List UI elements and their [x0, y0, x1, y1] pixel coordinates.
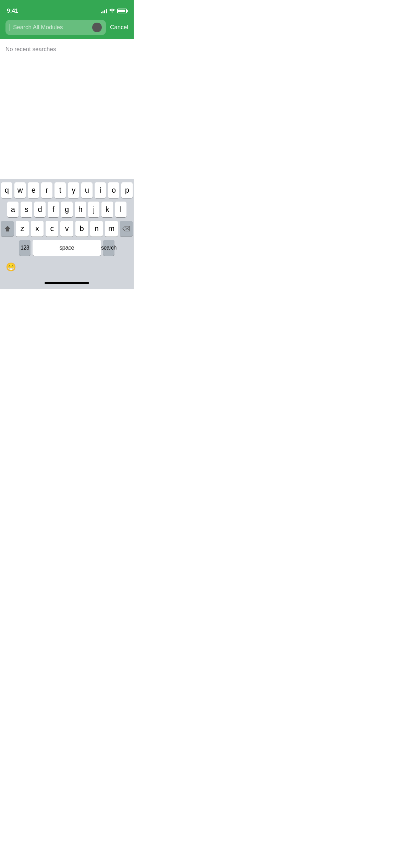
microphone-icon[interactable] — [92, 23, 102, 32]
keyboard-row-bottom: 123 space search — [1, 240, 133, 256]
keyboard: q w e r t y u i o p a s d f g h j k l z … — [0, 179, 134, 289]
key-l[interactable]: l — [115, 202, 126, 217]
cursor — [10, 24, 10, 31]
keyboard-row-3: z x c v b n m — [1, 221, 133, 237]
keyboard-row-1: q w e r t y u i o p — [1, 182, 133, 198]
key-f[interactable]: f — [48, 202, 59, 217]
status-icons — [101, 8, 127, 14]
search-input[interactable] — [10, 24, 89, 31]
key-o[interactable]: o — [108, 182, 119, 198]
emoji-key[interactable]: 😁 — [2, 259, 20, 275]
key-u[interactable]: u — [81, 182, 93, 198]
key-k[interactable]: k — [101, 202, 113, 217]
cancel-button[interactable]: Cancel — [110, 23, 128, 32]
status-time: 9:41 — [7, 8, 18, 14]
key-m[interactable]: m — [105, 221, 118, 237]
key-d[interactable]: d — [34, 202, 46, 217]
numbers-key[interactable]: 123 — [19, 240, 31, 256]
search-header: Cancel — [0, 17, 134, 39]
home-bar — [45, 282, 89, 284]
key-p[interactable]: p — [121, 182, 133, 198]
key-q[interactable]: q — [1, 182, 12, 198]
key-h[interactable]: h — [75, 202, 86, 217]
key-a[interactable]: a — [7, 202, 19, 217]
key-z[interactable]: z — [16, 221, 28, 237]
search-key[interactable]: search — [103, 240, 114, 256]
key-j[interactable]: j — [88, 202, 99, 217]
content-area: No recent searches — [0, 39, 134, 60]
no-recent-text: No recent searches — [5, 46, 56, 52]
key-n[interactable]: n — [90, 221, 103, 237]
shift-key[interactable] — [1, 221, 14, 237]
key-b[interactable]: b — [75, 221, 88, 237]
search-bar[interactable] — [5, 20, 106, 35]
delete-key[interactable] — [120, 221, 133, 237]
keyboard-row-2: a s d f g h j k l — [1, 202, 133, 217]
key-x[interactable]: x — [31, 221, 44, 237]
space-key[interactable]: space — [33, 240, 101, 256]
key-g[interactable]: g — [61, 202, 72, 217]
key-v[interactable]: v — [60, 221, 73, 237]
keyboard-extras-row: 😁 — [1, 259, 133, 275]
key-e[interactable]: e — [28, 182, 39, 198]
status-bar: 9:41 — [0, 0, 134, 17]
key-w[interactable]: w — [14, 182, 26, 198]
battery-icon — [117, 9, 127, 13]
key-r[interactable]: r — [41, 182, 52, 198]
key-s[interactable]: s — [21, 202, 32, 217]
key-t[interactable]: t — [54, 182, 66, 198]
key-i[interactable]: i — [95, 182, 106, 198]
home-indicator — [1, 278, 133, 288]
signal-icon — [101, 9, 107, 13]
key-c[interactable]: c — [46, 221, 58, 237]
wifi-icon — [109, 8, 115, 14]
key-y[interactable]: y — [68, 182, 79, 198]
